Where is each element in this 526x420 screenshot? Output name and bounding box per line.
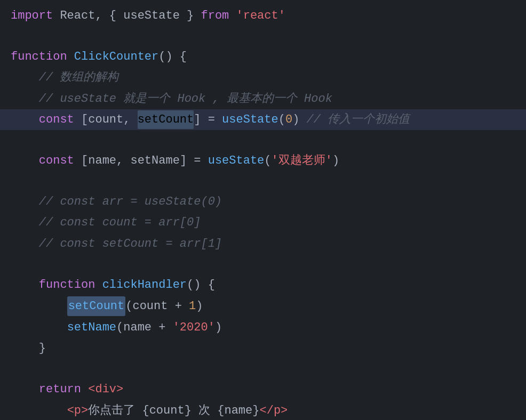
plain-13: ] = xyxy=(180,151,208,170)
plain-10: ) xyxy=(292,110,306,129)
identifier-count: count xyxy=(88,110,123,129)
indent-4 xyxy=(11,68,39,87)
indent-5 xyxy=(11,90,39,108)
string-react: 'react' xyxy=(236,6,285,25)
code-line-13 xyxy=(0,254,526,274)
code-line-5: // useState 就是一个 Hook , 最基本的一个 Hook xyxy=(0,88,526,109)
fn-clickcounter: ClickCounter xyxy=(74,47,158,66)
plain-19: ) xyxy=(196,297,203,316)
plain-22 xyxy=(81,380,88,399)
plain-2: } xyxy=(180,6,201,25)
plain-18: (count + xyxy=(125,297,189,316)
indent-11 xyxy=(11,213,39,232)
identifier-setcount-highlighted: setCount xyxy=(67,296,126,316)
string-teacher: '双越老师' xyxy=(272,151,332,170)
code-editor: import React, { useState } from 'react' … xyxy=(0,0,526,420)
plain-6: [ xyxy=(74,110,88,129)
comment-count-arr0: // const count = arr[0] xyxy=(39,213,201,232)
identifier-setname: setName xyxy=(130,151,179,170)
keyword-import: import xyxy=(11,6,53,25)
code-line-9 xyxy=(0,171,526,191)
plain-1: React, { xyxy=(53,6,123,25)
keyword-return: return xyxy=(39,380,81,399)
indent-6 xyxy=(11,110,39,129)
code-line-3: function ClickCounter () { xyxy=(0,46,526,67)
code-line-14: function clickHandler () { xyxy=(0,274,526,295)
plain-5: () { xyxy=(158,47,187,66)
number-1: 1 xyxy=(189,297,196,316)
tag-p-open: <p> xyxy=(67,401,89,420)
comment-array-destructure: // 数组的解构 xyxy=(39,68,119,87)
indent-14 xyxy=(11,276,39,294)
code-line-19: return <div> xyxy=(0,379,526,400)
comment-arr-usestate: // const arr = useState(0) xyxy=(39,192,222,211)
plain-15: ) xyxy=(332,151,339,170)
code-line-4: // 数组的解构 xyxy=(0,67,526,88)
plain-17: () { xyxy=(187,276,215,294)
indent-16 xyxy=(11,318,67,337)
keyword-const-1: const xyxy=(39,110,74,129)
jsx-text-1: 你点击了 xyxy=(88,401,142,420)
identifier-usestate-import: useState xyxy=(123,6,180,25)
jsx-text-2: 次 xyxy=(192,401,217,420)
code-line-11: // const count = arr[0] xyxy=(0,212,526,233)
plain-8: ] = xyxy=(194,110,222,129)
comment-initial-value: // 传入一个初始值 xyxy=(307,110,410,129)
identifier-setcount-selected: setCount xyxy=(138,110,194,129)
code-line-15: setCount (count + 1 ) xyxy=(0,295,526,317)
indent-10 xyxy=(11,192,39,211)
fn-clickhandler: clickHandler xyxy=(102,276,187,294)
plain-16 xyxy=(95,276,102,294)
plain-12: , xyxy=(116,151,130,170)
comment-setcount-arr1: // const setCount = arr[1] xyxy=(39,235,222,253)
code-line-18 xyxy=(0,359,526,379)
keyword-function-2: function xyxy=(39,276,95,294)
code-line-10: // const arr = useState(0) xyxy=(0,191,526,212)
indent-19 xyxy=(11,380,39,399)
plain-20: (name + xyxy=(116,318,173,337)
code-line-6: const [ count , setCount ] = useState ( … xyxy=(0,109,526,130)
indent-17 xyxy=(11,339,39,358)
number-0: 0 xyxy=(285,110,292,129)
tag-div-open: <div> xyxy=(88,380,123,399)
code-line-16: setName (name + '2020' ) xyxy=(0,317,526,338)
indent-8 xyxy=(11,151,39,170)
keyword-const-2: const xyxy=(39,151,74,170)
tag-p-close: </p> xyxy=(259,401,288,420)
comment-usestate-hook: // useState 就是一个 Hook , 最基本的一个 Hook xyxy=(39,90,332,108)
code-line-8: const [ name , setName ] = useState ( '双… xyxy=(0,150,526,171)
plain-14: ( xyxy=(264,151,271,170)
fn-setname-call: setName xyxy=(67,318,116,337)
fn-usestate-1: useState xyxy=(222,110,278,129)
keyword-from: from xyxy=(201,6,229,25)
indent-12 xyxy=(11,235,39,253)
code-line-2 xyxy=(0,26,526,46)
jsx-expr-name: {name} xyxy=(217,401,259,420)
plain-7: , xyxy=(123,110,137,129)
code-line-7 xyxy=(0,130,526,150)
code-line-12: // const setCount = arr[1] xyxy=(0,233,526,254)
code-line-1: import React, { useState } from 'react' xyxy=(0,5,526,26)
code-line-20: <p> 你点击了 {count} 次 {name} </p> xyxy=(0,400,526,420)
plain-21: ) xyxy=(215,318,222,337)
string-2020: '2020' xyxy=(173,318,215,337)
keyword-function: function xyxy=(11,47,67,66)
plain-4 xyxy=(67,47,74,66)
plain-9: ( xyxy=(278,110,285,129)
plain-11: [ xyxy=(74,151,88,170)
plain-3 xyxy=(229,6,236,25)
jsx-expr-count: {count} xyxy=(142,401,191,420)
indent-20 xyxy=(11,401,67,420)
closing-brace-inner: } xyxy=(39,339,46,358)
code-line-17: } xyxy=(0,338,526,359)
fn-usestate-2: useState xyxy=(208,151,265,170)
indent-15 xyxy=(11,297,67,316)
identifier-name: name xyxy=(88,151,116,170)
